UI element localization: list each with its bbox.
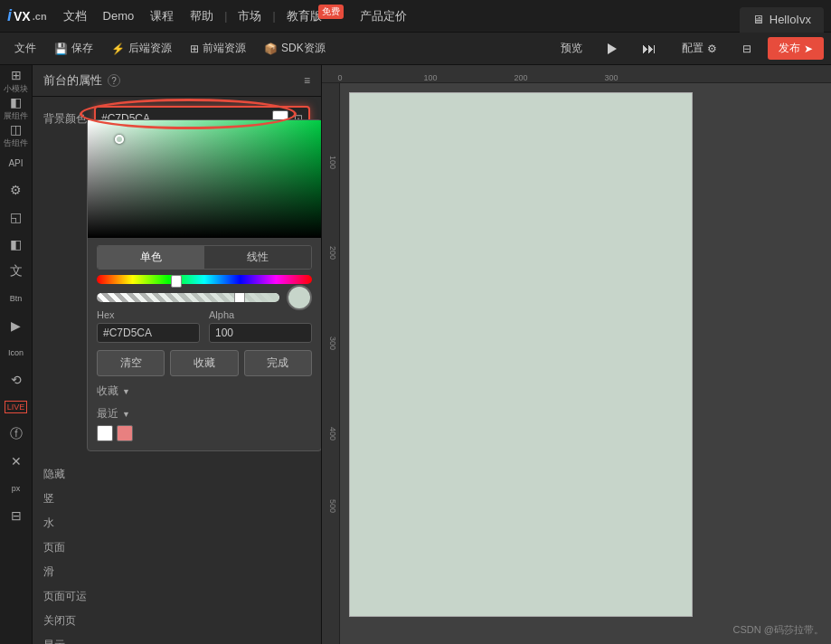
alpha-input-group: Alpha <box>209 309 312 343</box>
ruler-tick-v-500: 500 <box>328 499 337 513</box>
scroll-prop-row: 滑 <box>33 560 321 584</box>
hue-thumb[interactable] <box>171 275 182 288</box>
ruler-tick-v-100: 100 <box>328 156 337 169</box>
sdk-btn[interactable]: 📦 SDK资源 <box>257 36 333 62</box>
scroll-label: 滑 <box>43 564 54 580</box>
main-area: ⊞ 小模块 ◧ 展组件 ◫ 告组件 API ⚙ ◱ ◧ 文 Btn ▶ <box>0 65 831 644</box>
play-icon <box>608 43 617 54</box>
cp-tabs: 单色 线性 <box>97 245 312 270</box>
color-gradient[interactable] <box>88 120 321 238</box>
alpha-track[interactable] <box>97 293 279 302</box>
alpha-slider <box>97 291 312 304</box>
props-title-text: 前台的属性 <box>43 72 102 89</box>
video-icon[interactable]: ▶ <box>2 313 31 338</box>
play-btn[interactable] <box>599 41 626 57</box>
transform-icon[interactable]: ⟲ <box>2 367 31 393</box>
clear-btn[interactable]: 清空 <box>97 350 165 376</box>
ruler-tick-200: 200 <box>514 73 527 82</box>
nav-tab-hello[interactable]: 🖥 HelloIvx <box>740 7 824 33</box>
nav-courses[interactable]: 课程 <box>143 0 181 33</box>
water-prop-row: 水 <box>33 511 321 535</box>
save-color-btn[interactable]: 收藏 <box>170 350 238 376</box>
top-nav: i VX .cn 文档 Demo 课程 帮助 | 市场 | 教育版 免费 产品定… <box>0 0 831 33</box>
hue-slider[interactable] <box>97 275 312 288</box>
logo[interactable]: i VX .cn <box>7 6 47 25</box>
help-icon[interactable]: ? <box>108 74 120 87</box>
alpha-label: Alpha <box>209 309 312 320</box>
alpha-input[interactable] <box>209 323 312 343</box>
hide-prop-row: 隐藏 <box>33 462 321 487</box>
done-btn[interactable]: 完成 <box>244 350 312 376</box>
page-prop-row: 页面 <box>33 535 321 560</box>
toolbar: 文件 💾 保存 ⚡ 后端资源 ⊞ 前端资源 📦 SDK资源 预览 ⏭ 配置 ⚙ … <box>0 33 831 65</box>
ruler-tick-100: 100 <box>423 73 437 82</box>
icon-tool-icon[interactable]: Icon <box>2 340 31 365</box>
live-icon[interactable]: LIVE <box>2 394 31 420</box>
page-canvas[interactable] <box>349 92 693 617</box>
swatch-pink[interactable] <box>117 425 133 441</box>
page-visible-row: 页面可运 <box>33 584 321 609</box>
props-menu-icon[interactable]: ≡ <box>304 74 310 87</box>
logo-vx-text: VX <box>14 9 31 24</box>
canvas-area: 0 100 200 300 100 200 300 400 500 CSDN @… <box>322 65 831 644</box>
gradient-cursor[interactable] <box>115 135 124 144</box>
more-props: 隐藏 竖 水 页面 滑 页面可运 关闭页 显示 <box>33 462 321 644</box>
alpha-overlay <box>97 293 279 302</box>
nav-help[interactable]: 帮助 <box>183 0 221 33</box>
nav-sep1: | <box>224 10 227 23</box>
swatch-white[interactable] <box>97 425 113 441</box>
tab-gradient[interactable]: 线性 <box>204 246 311 269</box>
ruler-tick-v-300: 300 <box>328 336 337 350</box>
fb-icon[interactable]: ⓕ <box>2 421 31 447</box>
px-icon[interactable]: px <box>2 476 31 501</box>
layer-icon[interactable]: ◱ <box>2 204 31 230</box>
text-tool-icon[interactable]: 文 <box>2 259 31 284</box>
alpha-thumb[interactable] <box>234 293 245 302</box>
logo-cn-text: .cn <box>33 11 47 22</box>
logo-i-icon: i <box>7 6 12 25</box>
config-btn[interactable]: 配置 ⚙ <box>673 38 726 59</box>
canvas-content <box>340 83 831 644</box>
left-sidebar: ⊞ 小模块 ◧ 展组件 ◫ 告组件 API ⚙ ◱ ◧ 文 Btn ▶ <box>0 65 33 644</box>
publish-btn[interactable]: 发布 ➤ <box>768 37 824 60</box>
ad-icon[interactable]: ◫ 告组件 <box>2 123 31 148</box>
btn-icon[interactable]: Btn <box>2 286 31 311</box>
display-prop-row: 显示 <box>33 633 321 644</box>
module-icon[interactable]: ⊞ 小模块 <box>2 69 31 94</box>
water-label: 水 <box>43 516 54 531</box>
nav-pricing[interactable]: 产品定价 <box>353 0 414 33</box>
bg-color-label: 背景颜色 <box>43 111 87 127</box>
props-panel: 前台的属性 ? ≡ 背景颜色 #C7D5CA ⊡ <box>33 65 322 644</box>
close-page-label: 关闭页 <box>43 613 76 629</box>
recent-section: 最近 ▼ <box>97 406 312 441</box>
tab-solid[interactable]: 单色 <box>98 246 204 269</box>
vertical-label: 竖 <box>43 491 54 507</box>
grid-icon[interactable]: ⊟ <box>2 503 31 528</box>
save-btn[interactable]: 💾 保存 <box>47 36 100 62</box>
display-label: 显示 <box>43 638 65 644</box>
file-btn[interactable]: 文件 <box>7 36 43 62</box>
vertical-prop-row: 竖 <box>33 487 321 511</box>
cross-icon[interactable]: ✕ <box>2 449 31 474</box>
recent-title[interactable]: 最近 ▼ <box>97 406 312 421</box>
run-btn[interactable]: ⏭ <box>633 38 666 60</box>
nav-market[interactable]: 市场 <box>231 0 269 33</box>
color-picker: 单色 线性 Hex <box>87 119 322 451</box>
nav-education[interactable]: 教育版 免费 <box>279 0 351 33</box>
cp-inputs: Hex Alpha <box>97 309 312 343</box>
ruler-top: 0 100 200 300 <box>322 65 831 83</box>
preview-btn[interactable]: 预览 <box>552 38 591 59</box>
page-icon[interactable]: ◧ <box>2 232 31 257</box>
bookmarks-title[interactable]: 收藏 ▼ <box>97 384 312 399</box>
hex-input[interactable] <box>97 323 200 343</box>
ruler-tick-v-400: 400 <box>328 427 337 440</box>
nav-demo[interactable]: Demo <box>96 0 142 33</box>
backend-btn[interactable]: ⚡ 后端资源 <box>104 36 179 62</box>
color-preview-circle <box>287 285 312 310</box>
frontend-btn[interactable]: ⊞ 前端资源 <box>183 36 253 62</box>
layout-btn[interactable]: ⊟ <box>733 40 760 58</box>
settings-icon[interactable]: ⚙ <box>2 177 31 203</box>
component-icon[interactable]: ◧ 展组件 <box>2 96 31 121</box>
api-icon[interactable]: API <box>2 150 31 175</box>
nav-docs[interactable]: 文档 <box>56 0 94 33</box>
